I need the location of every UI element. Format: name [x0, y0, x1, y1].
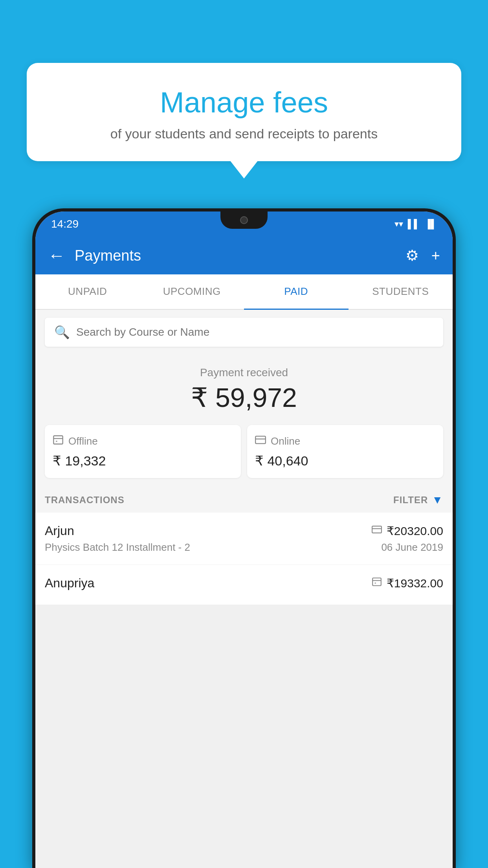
- status-bar: 14:29 ▾▾ ▌▌ ▐▌: [35, 211, 453, 237]
- transaction-row-top: Arjun ₹20320.00: [45, 524, 443, 538]
- speech-bubble-title: Manage fees: [42, 86, 446, 118]
- wifi-icon: ▾▾: [394, 219, 403, 229]
- offline-label: Offline: [68, 435, 98, 447]
- student-name: Anupriya: [45, 576, 94, 590]
- offline-card-header: Offline: [53, 434, 233, 448]
- payment-summary: Payment received ₹ 59,972: [35, 355, 453, 421]
- phone-frame: 14:29 ▾▾ ▌▌ ▐▌ ← Payments ⚙ + UNPAID UPC…: [32, 208, 456, 868]
- add-button[interactable]: +: [431, 247, 440, 264]
- tab-students[interactable]: STUDENTS: [349, 274, 453, 309]
- search-container: 🔍: [35, 310, 453, 355]
- offline-payment-icon: [372, 577, 382, 590]
- speech-bubble-subtitle: of your students and send receipts to pa…: [42, 126, 446, 142]
- signal-icon: ▌▌: [408, 219, 420, 229]
- transactions-label: TRANSACTIONS: [45, 495, 125, 506]
- svg-rect-7: [372, 578, 381, 586]
- transaction-list: Arjun ₹20320.00 Physics Batch 12 Install…: [35, 513, 453, 605]
- tab-paid[interactable]: PAID: [244, 274, 349, 310]
- back-button[interactable]: ←: [48, 246, 65, 265]
- online-card-header: Online: [255, 434, 435, 448]
- speech-bubble: Manage fees of your students and send re…: [27, 63, 461, 161]
- online-payment-icon: [372, 524, 382, 537]
- transaction-amount-row: ₹20320.00: [372, 524, 443, 538]
- filter-label: FILTER: [393, 495, 428, 506]
- offline-card: Offline ₹ 19,332: [45, 425, 241, 478]
- offline-amount: ₹ 19,332: [53, 453, 233, 469]
- transaction-amount-row: ₹19332.00: [372, 576, 443, 590]
- svg-rect-0: [53, 436, 62, 444]
- transaction-row-top: Anupriya ₹19332.00: [45, 576, 443, 590]
- transaction-amount: ₹19332.00: [387, 576, 443, 590]
- table-row[interactable]: Anupriya ₹19332.00: [35, 565, 453, 605]
- table-row[interactable]: Arjun ₹20320.00 Physics Batch 12 Install…: [35, 513, 453, 565]
- online-card: Online ₹ 40,640: [247, 425, 443, 478]
- online-icon: [255, 434, 266, 448]
- online-label: Online: [271, 435, 300, 447]
- front-camera: [240, 216, 248, 224]
- status-icons: ▾▾ ▌▌ ▐▌: [394, 219, 437, 229]
- time-display: 14:29: [51, 218, 79, 230]
- payment-received-label: Payment received: [45, 366, 443, 379]
- svg-rect-3: [255, 436, 266, 444]
- tabs-container: UNPAID UPCOMING PAID STUDENTS: [35, 274, 453, 310]
- app-title: Payments: [75, 247, 405, 264]
- app-bar: ← Payments ⚙ +: [35, 237, 453, 274]
- svg-rect-5: [372, 526, 382, 533]
- search-input[interactable]: [76, 326, 434, 338]
- app-bar-icons: ⚙ +: [405, 247, 440, 264]
- filter-icon: ▼: [432, 494, 443, 506]
- settings-button[interactable]: ⚙: [405, 247, 419, 264]
- student-name: Arjun: [45, 524, 74, 538]
- course-info: Physics Batch 12 Installment - 2: [45, 541, 190, 554]
- transactions-header: TRANSACTIONS FILTER ▼: [35, 487, 453, 513]
- tab-upcoming[interactable]: UPCOMING: [140, 274, 244, 309]
- payment-cards-container: Offline ₹ 19,332 Online ₹ 40,640: [35, 421, 453, 487]
- date-info: 06 June 2019: [381, 541, 443, 554]
- search-icon: 🔍: [54, 325, 70, 340]
- transaction-row-bottom: Physics Batch 12 Installment - 2 06 June…: [45, 541, 443, 554]
- tab-unpaid[interactable]: UNPAID: [35, 274, 140, 309]
- payment-received-amount: ₹ 59,972: [45, 382, 443, 413]
- phone-screen: 14:29 ▾▾ ▌▌ ▐▌ ← Payments ⚙ + UNPAID UPC…: [35, 211, 453, 868]
- offline-icon: [53, 434, 64, 448]
- online-amount: ₹ 40,640: [255, 453, 435, 469]
- battery-icon: ▐▌: [425, 219, 437, 229]
- notch: [220, 211, 268, 229]
- search-bar[interactable]: 🔍: [45, 318, 443, 347]
- transaction-amount: ₹20320.00: [387, 524, 443, 538]
- filter-button[interactable]: FILTER ▼: [393, 494, 443, 506]
